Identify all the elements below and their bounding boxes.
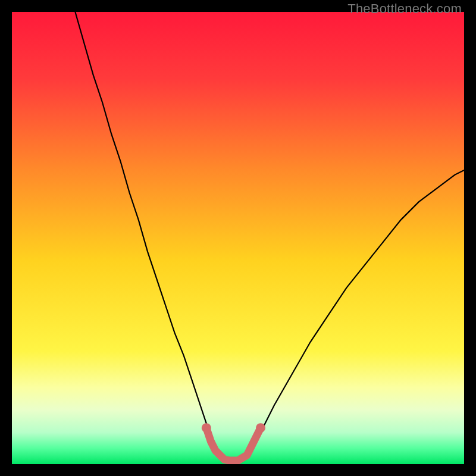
chart-frame xyxy=(12,12,464,464)
bottleneck-chart xyxy=(12,12,464,464)
highlight-endpoint xyxy=(256,423,265,433)
highlight-endpoint xyxy=(202,423,211,433)
gradient-background xyxy=(12,12,464,464)
watermark-text: TheBottleneck.com xyxy=(347,1,462,17)
